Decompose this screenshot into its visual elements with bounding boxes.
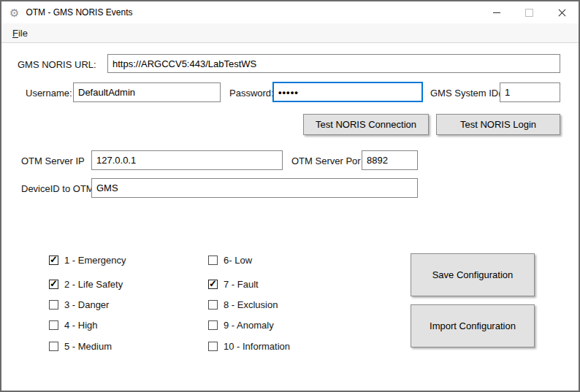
gms-noris-url-label: GMS NORIS URL: <box>18 59 96 70</box>
username-input[interactable] <box>73 82 221 102</box>
device-id-label: DeviceID to OTM <box>21 183 94 194</box>
otm-server-port-label: OTM Server Por <box>291 155 361 166</box>
checkbox-icon: ✓ <box>208 342 218 351</box>
checkbox-emergency[interactable]: ✓ 1 - Emergency <box>49 254 126 266</box>
checkbox-label: 4 - High <box>64 320 98 331</box>
checkbox-label: 9 - Anomaly <box>224 320 274 331</box>
otm-server-port-input[interactable] <box>362 150 418 170</box>
checkbox-icon: ✓ <box>208 320 218 330</box>
window-title: OTM - GMS NORIS Events <box>26 7 132 18</box>
import-configuration-button[interactable]: Import Configuration <box>411 304 535 347</box>
caption-buttons <box>480 1 579 23</box>
checkbox-low[interactable]: ✓ 6- Low <box>208 254 252 266</box>
minimize-icon <box>493 12 500 13</box>
checkbox-exclusion[interactable]: ✓ 8 - Exclusion <box>208 299 278 310</box>
maximize-icon <box>525 9 533 17</box>
checkbox-high[interactable]: ✓ 4 - High <box>49 319 98 331</box>
app-window: ⚙ OTM - GMS NORIS Events File GMS NORIS … <box>0 0 580 392</box>
checkbox-label: 1 - Emergency <box>64 255 126 266</box>
otm-server-ip-input[interactable] <box>91 150 283 170</box>
checkbox-label: 7 - Fault <box>224 279 259 290</box>
checkbox-icon: ✓ <box>49 255 58 265</box>
test-noris-login-button[interactable]: Test NORIS Login <box>436 114 560 135</box>
save-configuration-button[interactable]: Save Configuration <box>411 253 535 296</box>
checkbox-label: 10 - Information <box>224 341 290 352</box>
checkbox-life-safety[interactable]: ✓ 2 - Life Safety <box>49 278 123 290</box>
test-noris-connection-button[interactable]: Test NORIS Connection <box>303 114 429 135</box>
close-icon <box>558 9 566 17</box>
checkbox-icon: ✓ <box>49 342 58 351</box>
checkbox-label: 6- Low <box>224 255 252 266</box>
checkbox-icon: ✓ <box>208 255 218 265</box>
username-label: Username: <box>26 88 72 99</box>
checkbox-label: 5 - Medium <box>64 341 112 352</box>
checkbox-icon: ✓ <box>208 280 218 289</box>
menu-file[interactable]: File <box>7 26 34 41</box>
device-id-input[interactable] <box>91 178 418 198</box>
password-label: Password: <box>229 88 274 99</box>
checkbox-icon: ✓ <box>49 280 58 289</box>
checkbox-icon: ✓ <box>208 300 218 310</box>
password-input[interactable] <box>272 82 423 102</box>
checkbox-label: 2 - Life Safety <box>64 279 123 290</box>
minimize-button[interactable] <box>480 1 513 23</box>
checkbox-information[interactable]: ✓ 10 - Information <box>208 340 290 352</box>
checkbox-icon: ✓ <box>49 320 58 330</box>
app-icon: ⚙ <box>9 7 19 18</box>
gms-system-ids-input[interactable] <box>500 82 560 102</box>
checkbox-anomaly[interactable]: ✓ 9 - Anomaly <box>208 319 274 331</box>
otm-server-ip-label: OTM Server IP <box>21 155 85 166</box>
checkbox-danger[interactable]: ✓ 3 - Danger <box>49 299 109 310</box>
checkbox-label: 8 - Exclusion <box>224 299 278 310</box>
gms-noris-url-input[interactable] <box>107 54 560 73</box>
maximize-button[interactable] <box>513 1 546 23</box>
checkbox-label: 3 - Danger <box>64 299 109 310</box>
close-button[interactable] <box>546 1 579 23</box>
menubar: File <box>1 23 579 43</box>
checkbox-icon: ✓ <box>49 300 58 310</box>
checkbox-fault[interactable]: ✓ 7 - Fault <box>208 278 259 290</box>
checkbox-medium[interactable]: ✓ 5 - Medium <box>49 340 112 352</box>
